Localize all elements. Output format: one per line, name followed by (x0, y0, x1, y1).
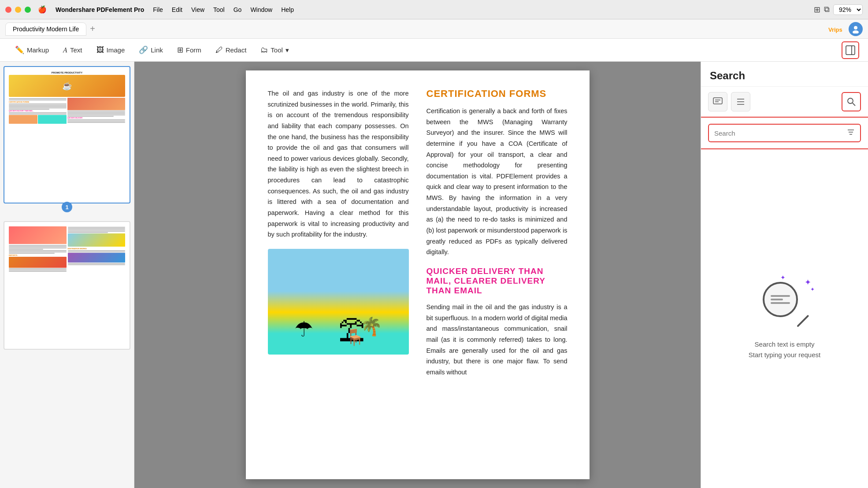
sparkle-icon-3: ✦ (780, 274, 786, 281)
doc-lines (767, 292, 794, 307)
grid-view-button[interactable]: ⊞ (814, 5, 820, 15)
maximize-button[interactable] (25, 7, 31, 13)
search-tab-icon (846, 96, 857, 107)
link-label: Link (151, 46, 163, 54)
tabbar: Productivity Modern Life + Vrips (0, 19, 868, 39)
page-thumbnail-2[interactable]: REPORTS DESTINATION WORKS (4, 221, 130, 350)
panel-header: Search (701, 62, 868, 87)
empty-state-text: Search text is empty Start typing your r… (749, 339, 820, 360)
search-handle (797, 314, 809, 327)
app-menu: 🍎 Wondershare PDFelement Pro File Edit V… (38, 5, 807, 14)
toolbar-right (842, 41, 859, 59)
vrips-logo: Vrips (827, 23, 845, 35)
empty-line-1: Search text is empty (755, 340, 815, 348)
quicker-heading: QUICKER DELIVERY THAN MAIL, CLEARER DELI… (427, 266, 568, 296)
search-tab-button[interactable] (842, 92, 861, 111)
close-button[interactable] (5, 7, 11, 13)
link-icon: 🔗 (139, 45, 148, 55)
document-tab[interactable]: Productivity Modern Life (5, 22, 86, 36)
new-tab-button[interactable]: + (90, 24, 95, 34)
view-controls: ⊞ ⧉ 92% (814, 4, 863, 15)
menu-file[interactable]: File (153, 6, 163, 13)
cert-paragraph: Certification is generally a back and fo… (427, 106, 568, 258)
doc-line-2 (771, 299, 783, 300)
svg-point-11 (848, 98, 853, 104)
list-icon (735, 96, 746, 107)
search-box (708, 124, 861, 142)
menu-edit[interactable]: Edit (172, 6, 182, 13)
doc-line-3 (771, 302, 790, 304)
markup-icon: ✏️ (15, 45, 24, 55)
search-circle (763, 282, 798, 317)
menu-window[interactable]: Window (250, 6, 272, 13)
sparkle-icon-1: ✦ (805, 277, 811, 287)
svg-line-12 (853, 103, 855, 106)
minimize-button[interactable] (15, 7, 21, 13)
right-panel: Search (701, 62, 868, 488)
tool-button[interactable]: 🗂 Tool ▾ (254, 42, 295, 58)
panel-toggle-button[interactable] (842, 41, 859, 59)
menu-view[interactable]: View (191, 6, 204, 13)
comment-icon (712, 96, 723, 107)
search-box-row (701, 118, 868, 149)
thumb-content-1: PROMOTE PRODUCTIVITY ☕ CERTIFICATION FOR… (6, 69, 128, 201)
menu-go[interactable]: Go (234, 6, 242, 13)
comment-tab-button[interactable] (708, 92, 727, 111)
svg-rect-3 (846, 46, 855, 55)
pdf-content-area: The oil and gas industry is one of the m… (134, 62, 701, 488)
image-label: Image (107, 46, 125, 54)
text-button[interactable]: 𝐴 Text (57, 42, 89, 58)
svg-point-1 (854, 26, 857, 30)
two-column-layout: The oil and gas industry is one of the m… (268, 88, 568, 386)
quicker-paragraph: Sending mail in the oil and the gas indu… (427, 302, 568, 377)
image-button[interactable]: 🖼 Image (90, 42, 131, 58)
filter-icon (847, 128, 855, 136)
text-icon: 𝐴 (63, 46, 67, 55)
form-icon: ⊞ (177, 45, 183, 55)
tool-icon: 🗂 (260, 46, 268, 55)
empty-line-2: Start typing your request (749, 351, 820, 359)
redact-button[interactable]: 🖊 Redact (209, 42, 253, 58)
search-illustration: ✦ ✦ ✦ (758, 277, 811, 330)
list-tab-button[interactable] (731, 92, 750, 111)
panel-empty-state: ✦ ✦ ✦ Search text is empty Start typing … (701, 149, 868, 488)
menu-help[interactable]: Help (281, 6, 294, 13)
redact-icon: 🖊 (215, 46, 223, 55)
zoom-select[interactable]: 92% (833, 4, 863, 15)
page-number-badge-1: 1 (62, 202, 72, 212)
chair-icon: 🪑 (345, 328, 365, 347)
pdf-page: The oil and gas industry is one of the m… (246, 70, 590, 479)
panel-title: Search (710, 70, 745, 81)
sparkle-icon-2: ✦ (810, 286, 815, 292)
svg-text:Vrips: Vrips (828, 26, 842, 33)
titlebar: 🍎 Wondershare PDFelement Pro File Edit V… (0, 0, 868, 19)
redact-label: Redact (226, 46, 247, 54)
search-filter-button[interactable] (842, 125, 860, 141)
search-input[interactable] (709, 126, 842, 140)
panel-layout-icon (846, 45, 855, 55)
svg-point-2 (853, 30, 859, 33)
menu-tool[interactable]: Tool (213, 6, 225, 13)
traffic-lights (5, 7, 31, 13)
main-layout: PROMOTE PRODUCTIVITY ☕ CERTIFICATION FOR… (0, 62, 868, 488)
panel-tabs (701, 87, 868, 118)
right-column: CERTIFICATION FORMS Certification is gen… (427, 88, 568, 386)
svg-rect-5 (713, 98, 722, 104)
toolbar: ✏️ Markup 𝐴 Text 🖼 Image 🔗 Link ⊞ Form 🖊… (0, 39, 868, 62)
form-label: Form (186, 46, 201, 54)
tab-title: Productivity Modern Life (13, 26, 79, 33)
user-avatar[interactable] (849, 22, 863, 36)
link-button[interactable]: 🔗 Link (133, 42, 169, 58)
body-paragraph-1: The oil and gas industry is one of the m… (268, 88, 409, 240)
form-button[interactable]: ⊞ Form (171, 42, 208, 58)
page-thumbnail-1[interactable]: PROMOTE PRODUCTIVITY ☕ CERTIFICATION FOR… (4, 66, 130, 203)
tool-dropdown-icon: ▾ (286, 46, 289, 54)
app-name: Wondershare PDFelement Pro (56, 6, 144, 13)
certification-heading: CERTIFICATION FORMS (427, 88, 568, 100)
text-label: Text (70, 46, 82, 54)
apple-logo[interactable]: 🍎 (38, 5, 47, 14)
beach-image: ☂ ⛱ 🌴 🪑 (268, 249, 409, 355)
thumbnail-sidebar: PROMOTE PRODUCTIVITY ☕ CERTIFICATION FOR… (0, 62, 134, 488)
markup-button[interactable]: ✏️ Markup (9, 42, 55, 58)
panel-view-button[interactable]: ⧉ (824, 5, 830, 14)
